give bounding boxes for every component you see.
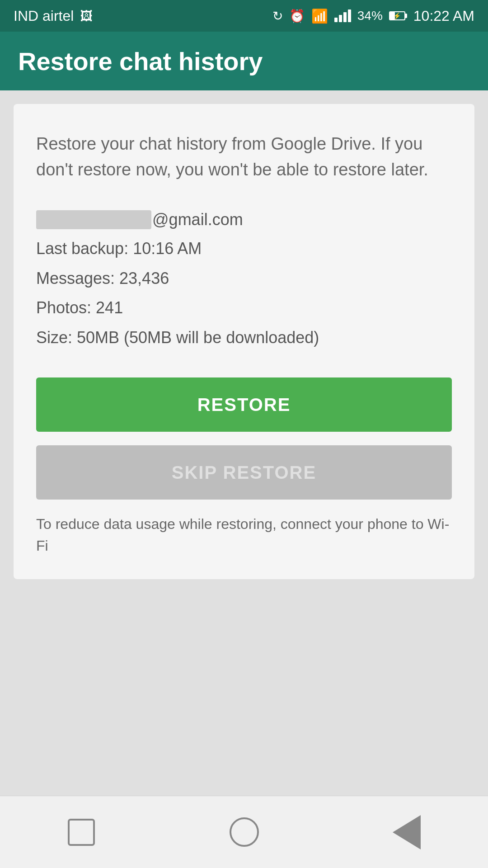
status-left: IND airtel 🖼 <box>14 8 93 24</box>
battery-percentage: 34% <box>357 9 383 23</box>
app-bar: Restore chat history <box>0 32 488 90</box>
status-bar: IND airtel 🖼 ↻ ⏰ 📶 34% ⚡ 10:22 AM <box>0 0 488 32</box>
description-text: Restore your chat history from Google Dr… <box>36 131 452 183</box>
wifi-icon: 📶 <box>311 8 328 24</box>
status-right: ↻ ⏰ 📶 34% ⚡ 10:22 AM <box>272 8 474 24</box>
back-icon <box>393 815 421 849</box>
refresh-icon: ↻ <box>272 9 283 24</box>
photo-icon: 🖼 <box>80 9 93 24</box>
battery-icon: ⚡ <box>389 11 407 20</box>
skip-restore-button[interactable]: SKIP RESTORE <box>36 445 452 500</box>
wifi-hint: To reduce data usage while restoring, co… <box>36 513 452 557</box>
nav-recents-button[interactable] <box>59 810 104 855</box>
time-display: 10:22 AM <box>413 8 474 24</box>
email-blur: ██████████ <box>36 210 151 229</box>
nav-home-button[interactable] <box>221 810 267 855</box>
nav-bar <box>0 796 488 868</box>
carrier-name: IND airtel <box>14 8 74 24</box>
restore-button[interactable]: RESTORE <box>36 377 452 432</box>
messages-count: Messages: 23,436 <box>36 265 452 292</box>
photos-count: Photos: 241 <box>36 295 452 321</box>
recents-icon <box>68 819 95 846</box>
email-domain: @gmail.com <box>152 210 243 229</box>
signal-icon <box>334 9 351 22</box>
last-backup: Last backup: 10:16 AM <box>36 236 452 262</box>
nav-back-button[interactable] <box>384 810 429 855</box>
home-icon <box>230 817 259 847</box>
restore-card: Restore your chat history from Google Dr… <box>14 104 474 579</box>
email-row: ██████████@gmail.com <box>36 208 452 232</box>
backup-info: ██████████@gmail.com Last backup: 10:16 … <box>36 208 452 350</box>
main-content: Restore your chat history from Google Dr… <box>0 90 488 796</box>
alarm-icon: ⏰ <box>289 9 305 24</box>
size-info: Size: 50MB (50MB will be downloaded) <box>36 325 452 351</box>
page-title: Restore chat history <box>18 47 263 76</box>
